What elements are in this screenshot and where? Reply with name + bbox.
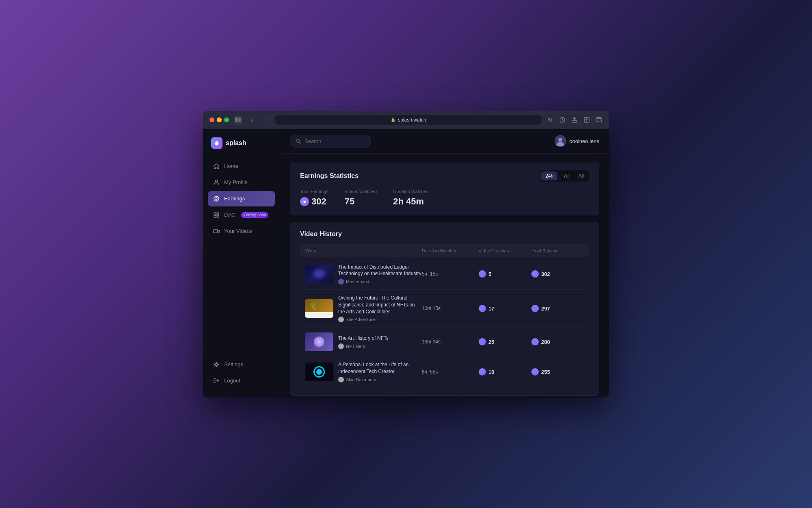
logo-area: splash: [203, 137, 280, 158]
col-earnings: Video Earnings: [479, 248, 531, 253]
video-title-2: Owning the Future: The Cultural Signific…: [338, 295, 422, 315]
video-title-3: The Art History of NFTs: [338, 335, 389, 342]
sidebar-item-dao[interactable]: DAO Coming Soon: [208, 207, 275, 223]
time-filter-7d[interactable]: 7d: [559, 172, 572, 180]
minimize-button[interactable]: [217, 117, 222, 122]
table-row[interactable]: The Impact of Distributed Ledger Technol…: [300, 259, 589, 290]
dao-icon: [213, 211, 220, 219]
app-logo-icon: [211, 137, 222, 149]
person-icon: [213, 179, 220, 186]
nav-items: Home My Profile Earnings: [203, 158, 280, 343]
sidebar-item-settings[interactable]: Settings: [208, 357, 275, 372]
fullscreen-button[interactable]: [224, 117, 229, 122]
sidebar-toggle-icon[interactable]: [234, 115, 243, 124]
logout-icon: [213, 377, 220, 384]
url-text: splash.watch: [398, 117, 426, 123]
table-row[interactable]: 🌴 Owning the Future: The Cultural Signif…: [300, 290, 589, 328]
app-container: splash Home My Profile: [203, 129, 609, 397]
video-title-4: A Personal Look at the Life of an Indepe…: [338, 361, 422, 375]
reload-button[interactable]: ↻: [546, 116, 554, 124]
table-header: Video Duration Watched Video Earnings Fi…: [300, 244, 589, 257]
stat-label-duration: Duration Watched: [393, 189, 429, 194]
sidebar-item-label-logout: Logout: [224, 378, 240, 384]
svg-point-15: [216, 363, 218, 365]
sidebar-item-label-profile: My Profile: [224, 179, 248, 185]
new-tab-icon[interactable]: [583, 116, 590, 124]
col-duration: Duration Watched: [422, 248, 479, 253]
sidebar: splash Home My Profile: [203, 129, 280, 397]
coin-icon-4: [479, 368, 486, 376]
search-placeholder: Search: [304, 138, 321, 144]
duration-cell-4: 8m 55s: [422, 369, 479, 375]
balance-cell-2: 297: [531, 305, 584, 312]
duration-cell-1: 5m 15s: [422, 271, 479, 277]
browser-actions: [559, 116, 603, 124]
video-icon: [213, 228, 220, 235]
address-bar[interactable]: 🔒 splash.watch: [275, 115, 542, 125]
earnings-cell-3: 25: [479, 338, 531, 345]
stat-label-videos: Videos Watched: [345, 189, 377, 194]
table-row[interactable]: A Personal Look at the Life of an Indepe…: [300, 356, 589, 387]
time-filters: 24h 7d All: [540, 170, 589, 182]
earnings-cell-1: 5: [479, 270, 531, 278]
video-thumb-1: [305, 265, 333, 283]
stat-videos-watched: Videos Watched 75: [345, 189, 377, 207]
video-cell-2: 🌴 Owning the Future: The Cultural Signif…: [305, 295, 422, 322]
sidebar-bottom: Settings Logout: [203, 350, 280, 389]
table-row[interactable]: The Art History of NFTs NFT Nerd 13m 34s…: [300, 328, 589, 356]
svg-rect-14: [214, 230, 218, 233]
sidebar-item-home[interactable]: Home: [208, 158, 275, 174]
earnings-stats-card: Earnings Statistics 24h 7d All Total Ear…: [290, 162, 599, 215]
sidebar-item-logout[interactable]: Logout: [208, 373, 275, 389]
video-cell-1: The Impact of Distributed Ledger Technol…: [305, 264, 422, 285]
stat-total-earnings: Total Earnings ◉ 302: [300, 189, 328, 207]
dollar-icon: [213, 195, 220, 202]
forward-button[interactable]: ›: [261, 115, 270, 124]
coin-icon-1: [479, 270, 486, 278]
history-icon[interactable]: [559, 116, 566, 124]
video-info-2: Owning the Future: The Cultural Signific…: [338, 295, 422, 322]
video-thumb-3: [305, 332, 333, 351]
svg-rect-1: [238, 117, 241, 122]
svg-rect-3: [572, 121, 577, 122]
username-label: poolneo.lens: [569, 138, 599, 144]
video-history-card: Video History Video Duration Watched Vid…: [290, 222, 599, 396]
balance-coin-icon-3: [531, 338, 539, 345]
coin-icon-3: [479, 338, 486, 345]
browser-titlebar: ‹ › 🔒 splash.watch ↻: [203, 111, 609, 129]
earnings-coin-icon: ◉: [300, 197, 309, 206]
share-icon[interactable]: [571, 116, 578, 124]
earnings-cell-4: 10: [479, 368, 531, 376]
coin-icon-2: [479, 305, 486, 312]
sidebar-item-label-home: Home: [224, 163, 238, 169]
back-button[interactable]: ‹: [248, 115, 257, 124]
user-avatar-area[interactable]: poolneo.lens: [555, 135, 599, 147]
time-filter-all[interactable]: All: [574, 172, 588, 180]
sidebar-item-earnings[interactable]: Earnings: [208, 191, 275, 206]
col-balance: Final Balance: [531, 248, 584, 253]
sidebar-item-label-dao: DAO: [224, 212, 235, 218]
video-channel-2: The Adventure: [338, 317, 422, 322]
sidebar-item-your-videos[interactable]: Your Videos: [208, 224, 275, 239]
video-channel-4: Akio Nakamura: [338, 377, 422, 382]
time-filter-24h[interactable]: 24h: [541, 172, 557, 180]
duration-cell-3: 13m 34s: [422, 339, 479, 345]
stats-title: Earnings Statistics: [300, 172, 358, 180]
video-title-1: The Impact of Distributed Ledger Technol…: [338, 264, 422, 278]
tabs-icon[interactable]: [595, 116, 603, 124]
svg-point-16: [297, 139, 300, 142]
video-cell-4: A Personal Look at the Life of an Indepe…: [305, 361, 422, 382]
earnings-cell-2: 17: [479, 305, 531, 312]
search-bar[interactable]: Search: [290, 135, 371, 148]
sidebar-item-label-earnings: Earnings: [224, 195, 245, 202]
sidebar-item-label-settings: Settings: [224, 361, 243, 367]
close-button[interactable]: [209, 117, 214, 122]
browser-window: ‹ › 🔒 splash.watch ↻: [203, 111, 609, 397]
home-icon: [213, 163, 220, 170]
balance-coin-icon-2: [531, 305, 539, 312]
stat-duration-watched: Duration Watched 2h 45m: [393, 189, 429, 207]
sidebar-item-profile[interactable]: My Profile: [208, 175, 275, 190]
balance-coin-icon-1: [531, 270, 539, 278]
user-avatar: [555, 135, 566, 147]
stat-label-total: Total Earnings: [300, 189, 328, 194]
